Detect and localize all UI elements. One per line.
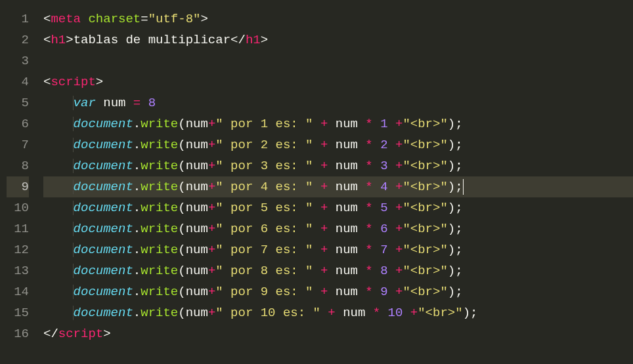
code-token: + bbox=[208, 159, 215, 173]
line-number[interactable]: 8 bbox=[7, 155, 29, 176]
line-number[interactable]: 3 bbox=[7, 51, 29, 71]
code-editor[interactable]: 12345678910111213141516 <meta charset="u… bbox=[0, 0, 633, 364]
code-token: " por 2 es: " bbox=[215, 138, 313, 152]
code-token: num bbox=[336, 264, 358, 278]
code-token: document bbox=[74, 285, 133, 299]
code-line[interactable]: document.write(num+" por 2 es: " + num *… bbox=[43, 134, 633, 155]
code-token bbox=[313, 138, 320, 152]
code-token bbox=[358, 117, 365, 131]
code-token bbox=[313, 159, 320, 173]
code-token: document bbox=[74, 117, 133, 131]
indent bbox=[43, 201, 74, 215]
code-token: num bbox=[186, 117, 208, 131]
code-line[interactable]: document.write(num+" por 5 es: " + num *… bbox=[43, 197, 633, 218]
code-token: 2 bbox=[380, 138, 387, 152]
code-token: "utf-8" bbox=[148, 12, 201, 26]
code-token: + bbox=[395, 264, 403, 278]
code-token: num bbox=[336, 201, 358, 215]
line-number[interactable]: 6 bbox=[7, 113, 29, 134]
line-number[interactable]: 16 bbox=[7, 323, 29, 344]
code-line[interactable]: document.write(num+" por 6 es: " + num *… bbox=[43, 218, 633, 239]
code-token: + bbox=[208, 243, 215, 257]
line-number[interactable]: 12 bbox=[7, 239, 29, 260]
code-token: . bbox=[133, 117, 141, 131]
code-token: write bbox=[141, 201, 178, 215]
code-token bbox=[388, 180, 395, 194]
code-token: + bbox=[395, 243, 403, 257]
indent bbox=[43, 285, 74, 299]
code-token: write bbox=[141, 180, 178, 194]
line-number[interactable]: 15 bbox=[7, 302, 29, 323]
code-token: = bbox=[133, 96, 141, 110]
code-token: num bbox=[103, 96, 125, 110]
code-line[interactable]: var num = 8 bbox=[43, 92, 633, 113]
code-token: write bbox=[141, 243, 178, 257]
code-token: write bbox=[141, 117, 178, 131]
code-token: document bbox=[74, 201, 133, 215]
code-token: 9 bbox=[380, 285, 387, 299]
code-token: num bbox=[186, 138, 208, 152]
code-token bbox=[81, 12, 88, 26]
line-number[interactable]: 13 bbox=[7, 260, 29, 281]
code-line[interactable]: <meta charset="utf-8"> bbox=[43, 9, 633, 30]
code-token: num bbox=[343, 306, 365, 320]
code-token: num bbox=[336, 117, 358, 131]
code-token: meta bbox=[51, 12, 81, 26]
code-token: "<br>" bbox=[403, 117, 447, 131]
code-line[interactable] bbox=[43, 51, 633, 71]
line-number[interactable]: 2 bbox=[7, 30, 29, 51]
code-line[interactable]: document.write(num+" por 1 es: " + num *… bbox=[43, 113, 633, 134]
code-token: num bbox=[186, 285, 208, 299]
code-token: write bbox=[141, 159, 178, 173]
line-number[interactable]: 10 bbox=[7, 197, 29, 218]
line-number[interactable]: 9 bbox=[7, 176, 29, 197]
code-token: > bbox=[200, 12, 207, 26]
code-token bbox=[373, 285, 380, 299]
code-token bbox=[328, 201, 335, 215]
code-token: . bbox=[133, 306, 141, 320]
line-number[interactable]: 5 bbox=[7, 92, 29, 113]
line-number[interactable]: 4 bbox=[7, 71, 29, 92]
code-token: + bbox=[208, 264, 215, 278]
code-token: num bbox=[336, 285, 358, 299]
code-token: num bbox=[186, 264, 208, 278]
code-token: + bbox=[395, 138, 403, 152]
line-number-gutter[interactable]: 12345678910111213141516 bbox=[0, 0, 37, 364]
code-token bbox=[365, 306, 372, 320]
code-token: num bbox=[186, 222, 208, 236]
code-token: > bbox=[261, 33, 268, 47]
code-token: + bbox=[320, 138, 328, 152]
code-token: * bbox=[373, 306, 380, 320]
code-token: ; bbox=[455, 138, 462, 152]
code-token: * bbox=[365, 180, 372, 194]
code-token: 7 bbox=[380, 243, 387, 257]
code-token: "<br>" bbox=[403, 180, 447, 194]
code-token: ) bbox=[448, 117, 455, 131]
code-token: write bbox=[141, 306, 178, 320]
code-token: ( bbox=[178, 285, 185, 299]
code-line[interactable]: document.write(num+" por 8 es: " + num *… bbox=[43, 260, 633, 281]
code-line[interactable]: <script> bbox=[43, 71, 633, 92]
code-line[interactable]: document.write(num+" por 4 es: " + num *… bbox=[43, 176, 633, 197]
code-token: document bbox=[74, 264, 133, 278]
code-token bbox=[313, 243, 320, 257]
line-number[interactable]: 7 bbox=[7, 134, 29, 155]
code-token bbox=[328, 159, 335, 173]
code-token: ; bbox=[455, 117, 462, 131]
code-token bbox=[313, 264, 320, 278]
line-number[interactable]: 14 bbox=[7, 281, 29, 302]
code-area[interactable]: <meta charset="utf-8"><h1>tablas de mult… bbox=[37, 0, 633, 364]
indent bbox=[43, 243, 74, 257]
code-token: " por 3 es: " bbox=[215, 159, 313, 173]
indent bbox=[43, 138, 74, 152]
code-line[interactable]: document.write(num+" por 7 es: " + num *… bbox=[43, 239, 633, 260]
code-line[interactable]: document.write(num+" por 10 es: " + num … bbox=[43, 302, 633, 323]
code-token: + bbox=[208, 117, 215, 131]
code-line[interactable]: </script> bbox=[43, 323, 633, 344]
code-token bbox=[328, 138, 335, 152]
code-line[interactable]: document.write(num+" por 9 es: " + num *… bbox=[43, 281, 633, 302]
line-number[interactable]: 11 bbox=[7, 218, 29, 239]
line-number[interactable]: 1 bbox=[7, 9, 29, 30]
code-line[interactable]: document.write(num+" por 3 es: " + num *… bbox=[43, 155, 633, 176]
code-line[interactable]: <h1>tablas de multiplicar</h1> bbox=[43, 30, 633, 51]
